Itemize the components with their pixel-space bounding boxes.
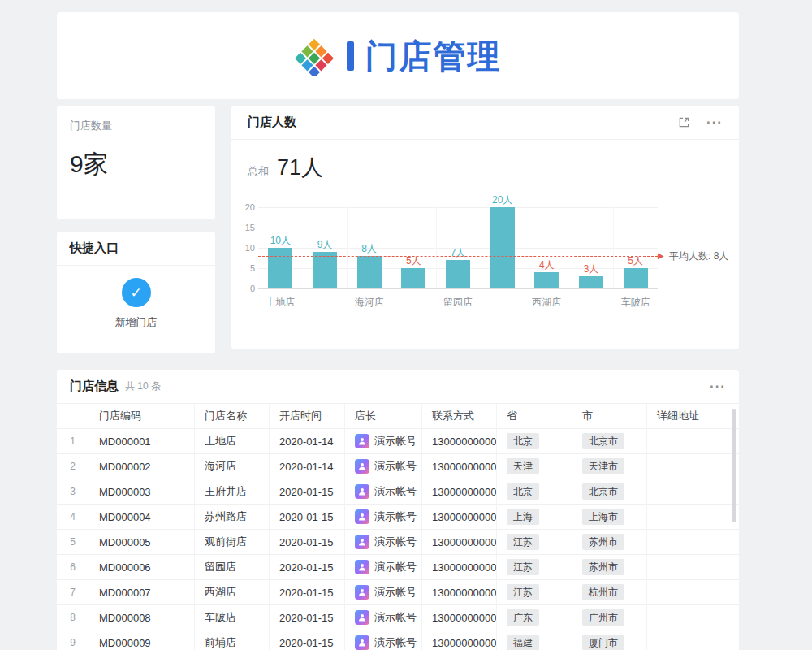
more-icon[interactable]: ··· (710, 379, 726, 393)
cell-store-code: MD000005 (89, 530, 195, 555)
column-header: 开店时间 (270, 404, 345, 429)
user-avatar-icon (355, 635, 369, 650)
cell-manager: 演示帐号 (345, 479, 422, 505)
bar-西湖店[interactable] (534, 272, 559, 288)
bar-车陂店[interactable] (624, 268, 648, 288)
city-badge: 广州市 (582, 609, 624, 626)
city-badge: 杭州市 (582, 584, 624, 600)
cell-open-date: 2020-01-15 (270, 530, 345, 555)
cell-store-code: MD000007 (89, 580, 195, 605)
sum-label: 总和 (248, 164, 269, 179)
cell-open-date: 2020-01-14 (270, 454, 345, 479)
x-axis-label: 车陂店 (613, 296, 658, 310)
bar-value-label: 10人 (258, 234, 302, 248)
city-badge: 厦门市 (582, 635, 624, 650)
row-index: 5 (57, 530, 89, 555)
table-row[interactable]: 2MD000002海河店2020-01-14 演示帐号13000000000天津… (57, 454, 739, 479)
add-store-check-icon: ✓ (122, 278, 151, 307)
table-row[interactable]: 4MD000004苏州路店2020-01-15 演示帐号13000000000上… (57, 505, 739, 530)
bar-留园店[interactable] (446, 260, 470, 288)
store-count-label: 门店数量 (70, 119, 202, 133)
gridline (258, 207, 658, 208)
table-row[interactable]: 6MD000006留园店2020-01-15 演示帐号13000000000江苏… (57, 555, 739, 580)
bar-上地店[interactable] (268, 248, 292, 288)
vertical-scrollbar[interactable] (731, 405, 737, 650)
cell-phone: 13000000000 (422, 630, 497, 650)
cell-open-date: 2020-01-15 (270, 605, 345, 630)
store-table-card: 门店信息 共 10 条 ··· 门店编码门店名称开店时间店长联系方式省市详细地址… (57, 370, 739, 650)
bar-value-label: 4人 (525, 258, 568, 272)
cell-city: 厦门市 (572, 630, 647, 650)
cell-store-name: 留园店 (195, 555, 270, 580)
title-accent-bar (347, 41, 354, 71)
city-badge: 天津市 (582, 458, 624, 474)
city-badge: 苏州市 (582, 559, 624, 575)
cell-address (647, 454, 739, 479)
cell-province: 江苏 (497, 530, 572, 555)
cell-address (647, 429, 739, 454)
table-row[interactable]: 9MD000009前埔店2020-01-15 演示帐号13000000000福建… (57, 630, 739, 650)
cell-store-code: MD000009 (89, 630, 195, 650)
bar-series-4[interactable] (401, 268, 425, 288)
table-row[interactable]: 1MD000001上地店2020-01-14 演示帐号13000000000北京… (57, 429, 739, 454)
bar-value-label: 20人 (481, 193, 525, 207)
cell-open-date: 2020-01-15 (270, 479, 345, 505)
cell-open-date: 2020-01-15 (270, 630, 345, 650)
sum-value: 71人 (277, 153, 323, 182)
bar-value-label: 8人 (348, 242, 391, 256)
store-count-value: 9家 (70, 148, 202, 181)
column-header: 市 (572, 404, 647, 429)
chart-card-title: 门店人数 (248, 115, 296, 130)
expand-icon[interactable] (678, 116, 690, 128)
user-avatar-icon (355, 434, 369, 448)
city-badge: 北京市 (582, 483, 624, 500)
bar-chart: 0510152010人上地店9人8人海河店5人7人留园店20人4人西湖店3人5人… (244, 187, 737, 325)
bar-series-2[interactable] (313, 252, 337, 288)
page: 门店管理 门店数量 9家 快捷入口 ✓ 新增门店 门店人数 (0, 0, 812, 650)
table-card-header: 门店信息 共 10 条 ··· (57, 370, 739, 404)
more-icon[interactable]: ··· (706, 115, 723, 129)
cell-open-date: 2020-01-15 (270, 555, 345, 580)
cell-address (647, 580, 739, 605)
x-axis-label: 西湖店 (525, 296, 569, 310)
cell-province: 上海 (497, 505, 572, 530)
scrollbar-thumb[interactable] (732, 409, 736, 522)
row-index: 9 (57, 630, 89, 650)
cell-manager: 演示帐号 (345, 454, 422, 479)
store-count-card: 门店数量 9家 (57, 106, 215, 219)
city-badge: 上海市 (582, 509, 624, 525)
table-row[interactable]: 3MD000003王府井店2020-01-15 演示帐号13000000000北… (57, 479, 739, 505)
row-index: 4 (57, 505, 89, 530)
bar-value-label: 3人 (569, 262, 613, 276)
cell-city: 苏州市 (572, 555, 647, 580)
bar-series-8[interactable] (579, 276, 603, 288)
cell-store-code: MD000002 (89, 454, 195, 479)
bar-series-6[interactable] (490, 207, 515, 288)
cell-manager: 演示帐号 (345, 429, 422, 454)
average-line (258, 256, 658, 257)
cell-store-name: 海河店 (195, 454, 270, 479)
gridline (613, 207, 614, 288)
cell-city: 北京市 (572, 429, 647, 454)
column-header: 门店编码 (89, 404, 195, 429)
cell-address (647, 505, 739, 530)
cell-province: 福建 (497, 630, 572, 650)
row-index: 2 (57, 454, 89, 479)
table-row[interactable]: 7MD000007西湖店2020-01-15 演示帐号13000000000江苏… (57, 580, 739, 605)
column-header: 联系方式 (422, 404, 497, 429)
province-badge: 天津 (507, 458, 539, 474)
y-axis-label: 15 (244, 223, 255, 232)
cell-store-name: 苏州路店 (195, 505, 270, 530)
bar-海河店[interactable] (357, 256, 382, 288)
table-row[interactable]: 5MD000005观前街店2020-01-15 演示帐号13000000000江… (57, 530, 739, 555)
quick-entry-title: 快捷入口 (70, 240, 119, 256)
cell-phone: 13000000000 (422, 580, 497, 605)
row-index: 8 (57, 605, 89, 630)
app-header: 门店管理 (57, 12, 739, 99)
cell-manager: 演示帐号 (345, 630, 422, 650)
table-row[interactable]: 8MD000008车陂店2020-01-15 演示帐号13000000000广东… (57, 605, 739, 630)
province-badge: 福建 (507, 635, 539, 650)
cell-phone: 13000000000 (422, 530, 497, 555)
cell-city: 天津市 (572, 454, 647, 479)
add-store-button[interactable]: ✓ 新增门店 (57, 278, 215, 330)
